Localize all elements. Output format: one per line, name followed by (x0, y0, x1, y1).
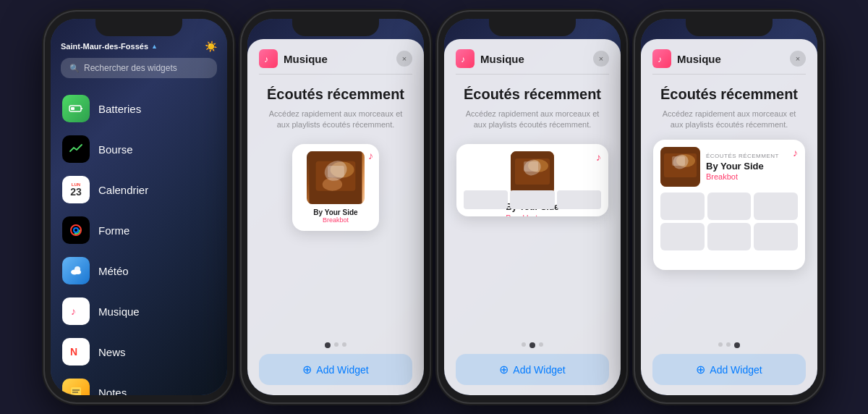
large-grid-1 (660, 193, 705, 220)
svg-rect-36 (672, 156, 685, 166)
svg-rect-1 (81, 108, 82, 109)
ecout-label: ÉCOUTÉS RÉCEMMENT (706, 153, 798, 159)
music-panel-3: ♪ Musique × Écoutés récemment Accédez ra… (444, 39, 621, 395)
notch-3 (489, 19, 576, 36)
song-info-small: By Your Side Breakbot (299, 208, 372, 224)
notes-label: Notes (98, 386, 127, 396)
close-button-4[interactable]: × (790, 51, 806, 67)
large-grid-3 (754, 193, 798, 220)
svg-point-8 (75, 270, 81, 274)
grid-placeholder-1 (464, 190, 508, 209)
svg-point-35 (676, 154, 695, 167)
panel-title-2: Musique (284, 53, 391, 65)
list-item-musique[interactable]: ♪ ♪ Musique (51, 291, 227, 331)
widget-subtitle-4: Accédez rapidement aux morceaux et aux p… (652, 109, 806, 131)
widget-preview-area-3: Écoutés récemment Accédez rapidement aux… (444, 75, 621, 339)
news-icon: N (62, 338, 90, 366)
widget-title-4: Écoutés récemment (652, 86, 806, 103)
location-text: Saint-Maur-des-Fossés (61, 42, 148, 51)
dot-1-active (325, 342, 331, 348)
search-icon: 🔍 (69, 64, 80, 73)
song-artist-small: Breakbot (299, 216, 372, 224)
dot-2 (334, 342, 339, 347)
iphone-3: ♪ Musique × Écoutés récemment Accédez ra… (438, 12, 626, 402)
widget-subtitle-3: Accédez rapidement aux morceaux et aux p… (456, 109, 609, 131)
grid-placeholder-3 (557, 190, 601, 209)
notch-2 (292, 19, 379, 36)
list-item-news[interactable]: N News (51, 331, 227, 372)
dot-3 (342, 342, 346, 347)
add-widget-icon-2: ⊕ (302, 363, 312, 376)
widget-large-card: ♪ (653, 140, 805, 270)
music-note-icon-small: ♪ (368, 150, 373, 161)
grid-placeholder-2 (510, 190, 554, 209)
iphone-1-screen: Saint-Maur-des-Fossés ▲ ☀️ 🔍 Rechercher … (51, 19, 227, 395)
panel-header-4: ♪ Musique × (641, 39, 817, 74)
panel-header-2: ♪ Musique × (247, 39, 424, 74)
svg-rect-2 (71, 107, 75, 110)
notes-icon (62, 379, 90, 395)
panel-title-3: Musique (480, 53, 587, 65)
calendrier-icon: Lun 23 (62, 176, 90, 203)
music-app-icon-2: ♪ (259, 49, 278, 68)
widget-list: Batteries Bourse L (51, 88, 227, 395)
news-label: News (98, 346, 126, 358)
add-widget-label-2: Add Widget (316, 364, 368, 376)
svg-point-5 (74, 228, 78, 232)
svg-point-25 (323, 177, 342, 190)
song-title-small: By Your Side (299, 208, 372, 216)
screen-bg-3: ♪ Musique × Écoutés récemment Accédez ra… (444, 19, 621, 395)
widget-medium-card: By Your Side Breakbot ♪ (456, 144, 608, 216)
dot-2-active-3 (529, 342, 535, 348)
add-widget-icon-3: ⊕ (499, 363, 509, 376)
panel-header-3: ♪ Musique × (444, 39, 621, 74)
iphone-4-screen: ♪ Musique × Écoutés récemment Accédez ra… (641, 19, 817, 395)
large-grid-2 (707, 193, 752, 220)
svg-point-24 (331, 161, 354, 177)
calendrier-label: Calendrier (98, 184, 148, 196)
panel-title-4: Musique (677, 53, 784, 65)
album-art-chocolate-large (660, 147, 700, 187)
svg-point-30 (528, 159, 548, 172)
close-button-2[interactable]: × (396, 51, 412, 67)
cal-date: 23 (70, 187, 82, 197)
song-artist-large: Breakbot (706, 172, 798, 181)
batteries-label: Batteries (98, 103, 141, 115)
location-bar: Saint-Maur-des-Fossés ▲ ☀️ (61, 41, 217, 52)
svg-text:♪: ♪ (658, 54, 662, 64)
screen-bg-1: Saint-Maur-des-Fossés ▲ ☀️ 🔍 Rechercher … (51, 19, 227, 395)
notch-4 (686, 19, 773, 36)
add-widget-button-4[interactable]: ⊕ Add Widget (652, 354, 806, 385)
svg-text:♪: ♪ (264, 54, 268, 64)
music-panel-4: ♪ Musique × Écoutés récemment Accédez ra… (641, 39, 817, 395)
list-item-bourse[interactable]: Bourse (51, 129, 227, 169)
widget-title-3: Écoutés récemment (456, 86, 609, 103)
album-art-chocolate-small (307, 151, 365, 204)
dot-1-4 (718, 342, 723, 347)
music-note-icon-medium: ♪ (596, 151, 601, 163)
iphone-2: ♪ Musique × Écoutés récemment Accédez ra… (242, 12, 430, 402)
widget-title-2: Écoutés récemment (259, 86, 412, 103)
add-widget-button-3[interactable]: ⊕ Add Widget (456, 354, 609, 385)
list-item-batteries[interactable]: Batteries (51, 88, 227, 129)
list-item-notes[interactable]: Notes (51, 372, 227, 395)
list-item-calendrier[interactable]: Lun 23 Calendrier (51, 169, 227, 210)
dots-indicator-3 (444, 339, 621, 351)
dots-indicator-2 (247, 339, 424, 351)
phones-container: Saint-Maur-des-Fossés ▲ ☀️ 🔍 Rechercher … (38, 4, 830, 410)
dot-3-3 (539, 342, 543, 347)
add-widget-button-2[interactable]: ⊕ Add Widget (259, 354, 412, 385)
music-app-icon-3: ♪ (456, 49, 475, 68)
widget-preview-area-2: Écoutés récemment Accédez rapidement aux… (247, 75, 424, 339)
large-grid (660, 193, 798, 250)
dot-2-4 (726, 342, 731, 347)
list-item-meteo[interactable]: Météo (51, 250, 227, 291)
screen-bg-4: ♪ Musique × Écoutés récemment Accédez ra… (641, 19, 817, 395)
search-bar[interactable]: 🔍 Rechercher des widgets (61, 58, 217, 78)
meteo-icon (62, 257, 90, 284)
list-item-forme[interactable]: Forme (51, 210, 227, 250)
batteries-icon (62, 95, 90, 122)
close-button-3[interactable]: × (593, 51, 609, 67)
iphone-3-screen: ♪ Musique × Écoutés récemment Accédez ra… (444, 19, 621, 395)
location-arrow-icon: ▲ (151, 43, 158, 50)
